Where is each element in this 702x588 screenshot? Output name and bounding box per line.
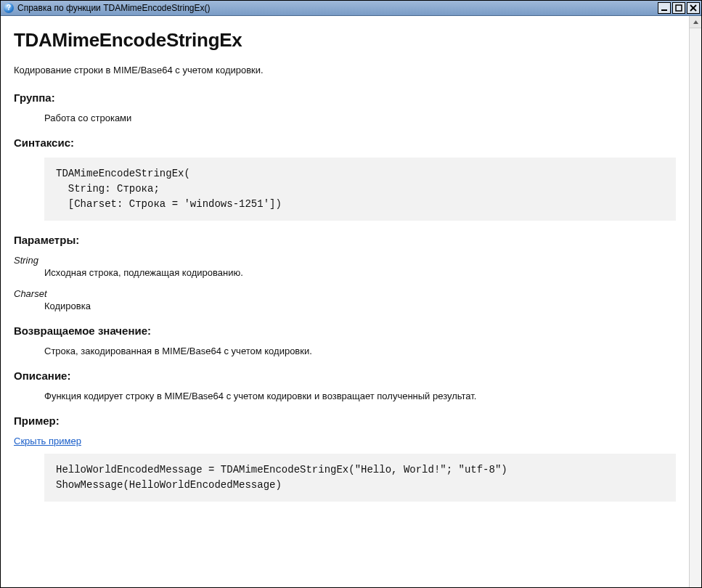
help-icon: ? <box>4 3 14 13</box>
section-desc-label: Описание: <box>14 369 676 382</box>
maximize-button[interactable] <box>672 2 685 14</box>
svg-marker-4 <box>693 20 698 24</box>
titlebar: ? Справка по функции TDAMimeEncodeString… <box>1 1 701 16</box>
hide-example-link[interactable]: Скрыть пример <box>14 436 81 446</box>
close-button[interactable] <box>687 2 700 14</box>
description-text: Функция кодирует строку в MIME/Base64 с … <box>44 391 676 401</box>
section-params-label: Параметры: <box>14 234 676 246</box>
param-desc: Исходная строка, подлежащая кодированию. <box>44 267 676 278</box>
scroll-up-button[interactable] <box>690 16 701 28</box>
window-controls <box>658 2 700 14</box>
param-name: String <box>14 255 676 266</box>
vertical-scrollbar[interactable] <box>689 16 701 587</box>
window-title: Справка по функции TDAMimeEncodeStringEx… <box>17 3 658 13</box>
close-icon <box>690 4 697 12</box>
page-title: TDAMimeEncodeStringEx <box>14 29 676 52</box>
example-code-block: HelloWorldEncodedMessage = TDAMimeEncode… <box>44 454 676 502</box>
client-area: TDAMimeEncodeStringEx Кодирование строки… <box>1 16 701 587</box>
minimize-button[interactable] <box>658 2 671 14</box>
help-window: ? Справка по функции TDAMimeEncodeString… <box>0 0 702 588</box>
param-item: Charset Кодировка <box>14 288 676 311</box>
maximize-icon <box>675 4 682 12</box>
chevron-up-icon <box>693 19 699 25</box>
param-item: String Исходная строка, подлежащая кодир… <box>14 255 676 278</box>
section-group-label: Группа: <box>14 91 676 104</box>
return-value: Строка, закодированная в MIME/Base64 с у… <box>44 346 676 356</box>
scroll-track[interactable] <box>690 28 701 587</box>
param-name: Charset <box>14 288 676 299</box>
syntax-code-block: TDAMimeEncodeStringEx( String: Строка; [… <box>44 158 676 221</box>
intro-text: Кодирование строки в MIME/Base64 с учето… <box>14 65 676 75</box>
param-desc: Кодировка <box>44 301 676 311</box>
group-value: Работа со строками <box>44 113 676 123</box>
section-return-label: Возвращаемое значение: <box>14 324 676 337</box>
minimize-icon <box>661 4 668 12</box>
svg-rect-1 <box>676 5 682 11</box>
document-content: TDAMimeEncodeStringEx Кодирование строки… <box>1 16 689 587</box>
section-syntax-label: Синтаксис: <box>14 136 676 149</box>
section-example-label: Пример: <box>14 415 676 427</box>
